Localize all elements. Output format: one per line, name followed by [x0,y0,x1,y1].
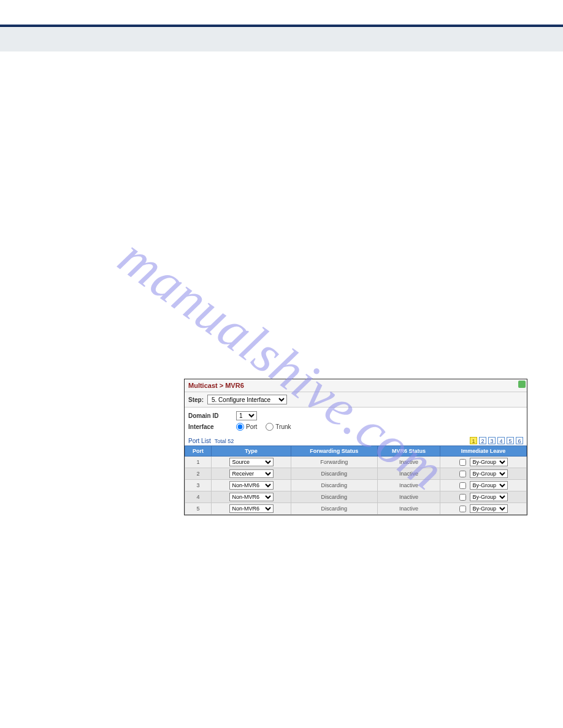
page-top-band [0,27,563,51]
pager: 1 2 3 4 5 6 [470,437,523,444]
cell-port: 3 [185,480,212,491]
leave-select[interactable]: By-Group [470,504,508,513]
table-row: 5 Non-MVR6 Discarding Inactive By-Group [185,503,527,515]
leave-select[interactable]: By-Group [470,481,508,490]
mvr6-config-panel: Multicast > MVR6 Step: 5. Configure Inte… [184,379,527,515]
interface-label: Interface [188,423,231,430]
cell-mvr: Inactive [377,480,440,491]
th-leave: Immediate Leave [440,446,527,457]
cell-type: Non-MVR6 [212,503,291,515]
cell-type: Non-MVR6 [212,480,291,491]
header-row: Port Type Forwarding Status MVR6 Status … [185,446,527,457]
type-select[interactable]: Non-MVR6 [229,504,274,513]
cell-type: Source [212,457,291,468]
port-list-title: Port List [188,438,211,444]
cell-leave: By-Group [440,468,527,480]
cell-fwd: Discarding [291,468,377,480]
cell-port: 4 [185,491,212,503]
type-select[interactable]: Non-MVR6 [229,481,274,490]
cell-leave: By-Group [440,503,527,515]
radio-trunk-text: Trunk [275,423,291,430]
cell-type: Non-MVR6 [212,491,291,503]
radio-port-label[interactable]: Port [236,423,257,431]
radio-trunk-label[interactable]: Trunk [266,423,291,431]
cell-port: 2 [185,468,212,480]
leave-select[interactable]: By-Group [470,493,508,501]
domain-label: Domain ID [188,412,231,419]
th-fwd: Forwarding Status [291,446,377,457]
controls-block: Domain ID 1 Interface Port Trunk [185,408,527,436]
table-row: 1 Source Forwarding Inactive By-Group [185,457,527,468]
step-row: Step: 5. Configure Interface [185,392,527,408]
cell-leave: By-Group [440,480,527,491]
cell-fwd: Discarding [291,480,377,491]
pager-page-1[interactable]: 1 [470,437,477,444]
interface-radio-group: Port Trunk [236,423,291,431]
port-table: Port Type Forwarding Status MVR6 Status … [185,446,527,515]
help-icon[interactable] [518,381,526,388]
table-row: 2 Receiver Discarding Inactive By-Group [185,468,527,480]
cell-fwd: Forwarding [291,457,377,468]
th-port: Port [185,446,212,457]
cell-leave: By-Group [440,491,527,503]
cell-type: Receiver [212,468,291,480]
type-select[interactable]: Receiver [229,469,274,478]
breadcrumb-text: Multicast > MVR6 [188,382,244,389]
leave-checkbox[interactable] [459,482,466,489]
port-list-total: Total 52 [215,438,234,444]
pager-page-5[interactable]: 5 [507,437,514,444]
table-body: 1 Source Forwarding Inactive By-Group 2 … [185,457,527,515]
domain-select[interactable]: 1 [236,411,257,420]
cell-mvr: Inactive [377,503,440,515]
type-select[interactable]: Source [229,458,274,466]
pager-page-3[interactable]: 3 [488,437,496,444]
cell-port: 5 [185,503,212,515]
cell-fwd: Discarding [291,491,377,503]
cell-mvr: Inactive [377,457,440,468]
interface-row: Interface Port Trunk [188,423,523,431]
leave-checkbox[interactable] [459,494,466,501]
th-mvr: MVR6 Status [377,446,440,457]
leave-select[interactable]: By-Group [470,469,508,478]
th-type: Type [212,446,291,457]
pager-page-4[interactable]: 4 [497,437,505,444]
cell-mvr: Inactive [377,468,440,480]
cell-port: 1 [185,457,212,468]
type-select[interactable]: Non-MVR6 [229,493,274,501]
port-list-title-group: Port List Total 52 [188,438,234,444]
cell-fwd: Discarding [291,503,377,515]
step-select[interactable]: 5. Configure Interface [207,395,287,404]
pager-page-2[interactable]: 2 [479,437,486,444]
table-row: 4 Non-MVR6 Discarding Inactive By-Group [185,491,527,503]
radio-port-text: Port [246,423,257,430]
port-list-header: Port List Total 52 1 2 3 4 5 6 [185,436,527,446]
radio-trunk[interactable] [266,423,274,431]
cell-leave: By-Group [440,457,527,468]
leave-select[interactable]: By-Group [470,458,508,466]
step-label: Step: [188,396,204,403]
leave-checkbox[interactable] [459,459,466,466]
cell-mvr: Inactive [377,491,440,503]
breadcrumb: Multicast > MVR6 [185,379,527,392]
domain-row: Domain ID 1 [188,411,523,420]
table-row: 3 Non-MVR6 Discarding Inactive By-Group [185,480,527,491]
leave-checkbox[interactable] [459,506,466,512]
leave-checkbox[interactable] [459,471,466,477]
pager-page-6[interactable]: 6 [516,437,523,444]
radio-port[interactable] [236,423,244,431]
